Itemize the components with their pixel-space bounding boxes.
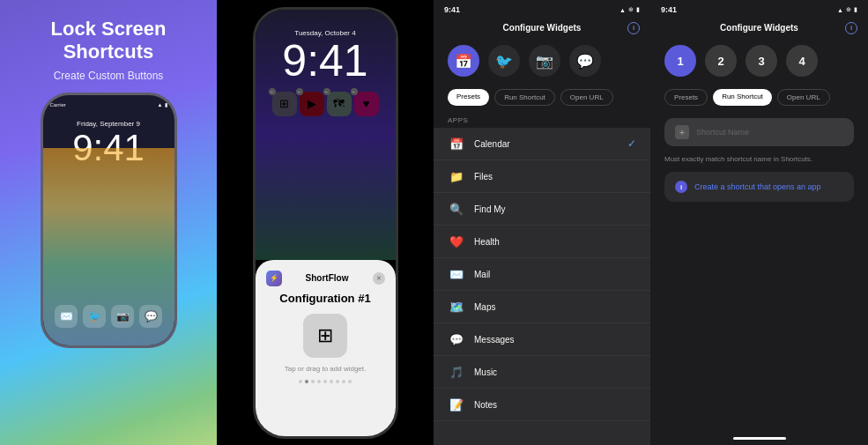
card-config-title: Configuration #1 — [279, 292, 370, 305]
shortcut-name-placeholder: Shortcut Name — [696, 128, 749, 137]
panel4-tabs: Presets Run Shortcut Open URL — [650, 84, 868, 111]
card-tap-hint: Tap or drag to add widget. — [285, 365, 367, 373]
widget-youtube: − ▶ — [300, 92, 324, 116]
panel4-run-shortcut: 9:41 ▲ ⊕ ▮ Configure Widgets i 1 2 3 4 P… — [650, 0, 868, 445]
dot-3 — [311, 380, 315, 383]
panel3-configure-presets: 9:41 ▲ ⊕ ▮ Configure Widgets i 📅 🐦 📷 💬 P… — [434, 0, 650, 445]
dot-4 — [317, 380, 321, 383]
messages-list-icon: 💬 — [448, 330, 465, 348]
list-item-mail[interactable]: ✉️ Mail — [434, 258, 650, 291]
widget-remove-maps[interactable]: − — [323, 88, 330, 95]
number-icon-1[interactable]: 1 — [664, 45, 696, 77]
app-icon-calendar-selected[interactable]: 📅 — [448, 45, 479, 77]
mail-list-icon: ✉️ — [448, 265, 465, 283]
section-label-apps: APPS — [434, 111, 650, 128]
panel3-tabs: Presets Run Shortcut Open URL — [434, 84, 650, 111]
panel3-info-button[interactable]: i — [627, 22, 640, 34]
panel4-tab-open-url[interactable]: Open URL — [777, 89, 830, 106]
list-item-music[interactable]: 🎵 Music — [434, 356, 650, 389]
music-list-icon: 🎵 — [448, 363, 465, 381]
widget-maps: − 🗺 — [327, 92, 352, 116]
shortcut-name-input-container[interactable]: + Shortcut Name — [664, 118, 854, 146]
plus-icon: + — [675, 125, 689, 139]
calendar-icon: ⊞ — [279, 97, 289, 110]
panel4-title: Configure Widgets — [720, 23, 798, 33]
wifi-icon-3: ⊕ — [628, 6, 634, 13]
widget-heart: − ♥ — [354, 92, 379, 116]
panel4-tab-presets[interactable]: Presets — [664, 89, 708, 106]
tab-run-shortcut[interactable]: Run Shortcut — [494, 89, 555, 106]
widget-remove-youtube[interactable]: − — [296, 88, 303, 95]
tab-presets[interactable]: Presets — [448, 89, 489, 106]
panel4-status-icons: ▲ ⊕ ▮ — [837, 6, 857, 13]
music-list-name: Music — [474, 367, 636, 377]
number-icon-4[interactable]: 4 — [786, 45, 818, 77]
list-item-calendar[interactable]: 📅 Calendar ✓ — [434, 128, 650, 160]
list-item-findmy[interactable]: 🔍 Find My — [434, 193, 650, 226]
shortcut-icon-camera: 📷 — [111, 305, 134, 328]
panel3-status-bar: 9:41 ▲ ⊕ ▮ — [434, 0, 650, 19]
widget-remove-heart[interactable]: − — [351, 88, 358, 95]
shortcut-hint-text: Must exactly match shortcut name in Shor… — [650, 153, 868, 168]
panel4-info-button[interactable]: i — [845, 22, 857, 34]
shortcut-icon-mail: ✉️ — [55, 305, 78, 328]
dot-6 — [330, 380, 333, 383]
maps-icon: 🗺 — [333, 97, 345, 110]
phone2-time-display: 9:41 — [282, 39, 367, 83]
shortcut-icon-messages: 💬 — [139, 305, 162, 328]
home-indicator — [733, 437, 786, 440]
app-icon-messages[interactable]: 💬 — [569, 45, 601, 77]
health-list-icon: ❤️ — [448, 233, 465, 250]
card-close-button[interactable]: ✕ — [373, 272, 385, 285]
config-card: ⚡ ShortFlow ✕ Configuration #1 ⊞ Tap or … — [256, 260, 396, 436]
panel3-title-bar: Configure Widgets i — [434, 19, 650, 38]
signal-icons: ▲ ▮ — [158, 101, 167, 108]
panel1-title: Lock Screen Shortcuts — [13, 18, 204, 64]
heart-icon: ♥ — [363, 97, 370, 110]
calendar-list-icon: 📅 — [448, 135, 465, 152]
panel3-title: Configure Widgets — [503, 23, 582, 33]
wifi-icon-4: ⊕ — [846, 6, 851, 13]
youtube-icon: ▶ — [308, 97, 316, 110]
dot-5 — [323, 380, 327, 383]
mail-list-name: Mail — [474, 270, 636, 279]
list-item-files[interactable]: 📁 Files — [434, 160, 650, 193]
panel3-status-time: 9:41 — [444, 5, 460, 14]
phone2-lock-screen: Tuesday, October 4 9:41 − ⊞ − ▶ − 🗺 − — [256, 29, 396, 116]
notes-list-icon: 📝 — [448, 396, 465, 413]
create-shortcut-label: Create a shortcut that opens an app — [694, 182, 821, 191]
app-icon-twitter[interactable]: 🐦 — [488, 45, 520, 77]
calendar-list-name: Calendar — [474, 139, 619, 149]
wifi-icon: ▲ — [158, 102, 163, 108]
list-item-messages[interactable]: 💬 Messages — [434, 323, 650, 356]
phone-frame-2: 9:41 ▲▲ ⊕ ▮ Tuesday, October 4 9:41 − ⊞ … — [253, 7, 398, 439]
card-widget-placeholder: ⊞ — [303, 314, 347, 358]
carrier-label: Carrier — [50, 102, 66, 108]
create-shortcut-button[interactable]: i Create a shortcut that opens an app — [664, 172, 854, 202]
panel3-status-icons: ▲ ⊕ ▮ — [619, 6, 640, 13]
notes-list-name: Notes — [474, 400, 636, 410]
panel1-lockscreen: Lock Screen Shortcuts Create Custom Butt… — [0, 0, 217, 445]
panel4-tab-run-shortcut[interactable]: Run Shortcut — [713, 89, 772, 106]
list-item-health[interactable]: ❤️ Health — [434, 226, 650, 258]
widget-remove-calendar[interactable]: − — [269, 88, 276, 95]
phone-notch — [82, 95, 135, 108]
number-icon-2[interactable]: 2 — [705, 45, 737, 77]
health-list-name: Health — [474, 237, 636, 247]
messages-list-name: Messages — [474, 335, 636, 345]
list-item-notes[interactable]: 📝 Notes — [434, 389, 650, 421]
panel4-status-bar: 9:41 ▲ ⊕ ▮ — [650, 0, 868, 19]
number-icon-3[interactable]: 3 — [746, 45, 777, 77]
battery-icon-4: ▮ — [854, 6, 857, 13]
list-item-maps[interactable]: 🗺️ Maps — [434, 291, 650, 323]
tab-open-url[interactable]: Open URL — [560, 89, 613, 106]
files-list-name: Files — [474, 172, 636, 182]
dot-8 — [342, 380, 345, 383]
dot-2 — [305, 380, 308, 383]
panel3-app-icons-row: 📅 🐦 📷 💬 — [434, 38, 650, 84]
widget-calendar: − ⊞ — [272, 92, 297, 116]
shortcut-icon-twitter: 🐦 — [83, 305, 106, 328]
app-icon-instagram[interactable]: 📷 — [529, 45, 560, 77]
shortcuts-row: ✉️ 🐦 📷 💬 — [55, 305, 162, 328]
panel4-title-bar: Configure Widgets i — [650, 19, 868, 38]
